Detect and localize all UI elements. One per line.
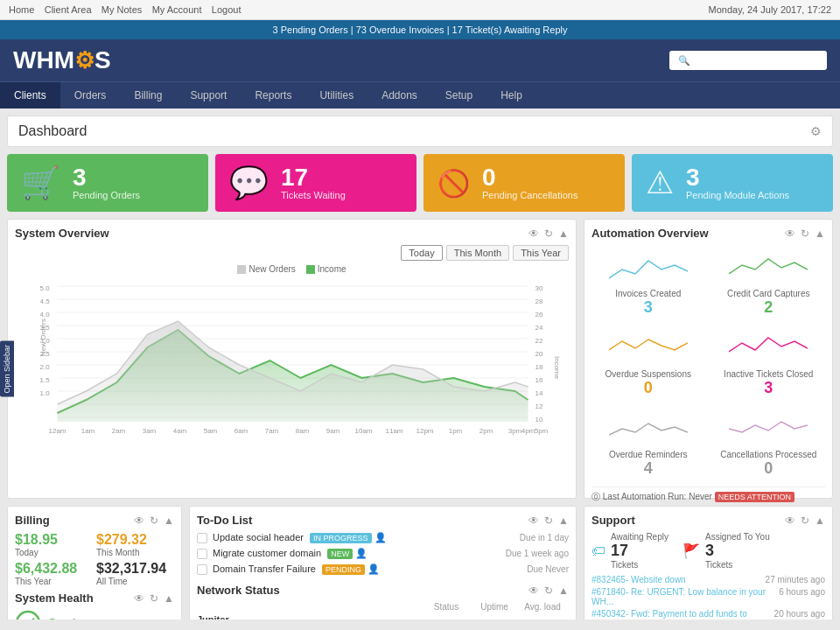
- svg-text:16: 16: [536, 376, 543, 384]
- todo-due-1: Due in 1 day: [520, 533, 569, 542]
- todo-header: To-Do List 👁 ↻ ▲: [197, 514, 569, 527]
- cc-captures-value: 2: [716, 298, 822, 317]
- assigned-count: 3: [705, 542, 770, 560]
- eye-icon-billing[interactable]: 👁: [134, 514, 144, 527]
- nav-orders[interactable]: Orders: [60, 82, 121, 108]
- collapse-icon[interactable]: ▲: [558, 228, 569, 240]
- svg-text:12am: 12am: [48, 427, 66, 435]
- refresh-icon[interactable]: ↻: [544, 228, 553, 240]
- collapse-icon-billing[interactable]: ▲: [164, 514, 174, 527]
- svg-text:10: 10: [536, 416, 543, 424]
- search-input[interactable]: [678, 55, 818, 66]
- auto-inactive-tickets: Inactive Tickets Closed 3: [712, 327, 826, 401]
- nav-billing[interactable]: Billing: [120, 82, 176, 108]
- billing-year-period: This Year: [15, 577, 93, 586]
- svg-text:26: 26: [536, 311, 543, 318]
- svg-text:28: 28: [536, 298, 543, 305]
- todo-item-3: Domain Transfer Failure PENDING 👤 Due Ne…: [197, 564, 569, 575]
- my-account-link[interactable]: My Account: [152, 4, 202, 15]
- gear-icon: ⚙: [74, 47, 94, 74]
- this-month-btn[interactable]: This Month: [446, 245, 509, 261]
- network-jupiter-status: Offline: [420, 620, 472, 620]
- search-box[interactable]: [669, 51, 827, 70]
- eye-icon-todo[interactable]: 👁: [528, 514, 539, 527]
- awaiting-unit: Tickets: [611, 560, 668, 570]
- support-header: Support 👁 ↻ ▲: [592, 514, 825, 527]
- eye-icon[interactable]: 👁: [528, 228, 539, 240]
- stat-card-cancellations[interactable]: 🚫 0 Pending Cancellations: [424, 154, 625, 212]
- nav-setup[interactable]: Setup: [431, 82, 486, 108]
- cc-chart: [716, 250, 822, 285]
- support-ticket-list: #832465- Website down 27 minutes ago #67…: [592, 575, 825, 620]
- stat-card-tickets[interactable]: 💬 17 Tickets Waiting: [215, 154, 416, 212]
- nav-clients[interactable]: Clients: [0, 82, 60, 108]
- todo-text-2: Migrate customer domain NEW 👤: [213, 548, 500, 559]
- billing-month-amount: $279.32: [96, 532, 174, 548]
- refresh-icon-network[interactable]: ↻: [544, 584, 553, 597]
- client-area-link[interactable]: Client Area: [45, 4, 92, 15]
- pending-orders-label: Pending Orders: [73, 190, 140, 200]
- nav-utilities[interactable]: Utilities: [305, 82, 368, 108]
- notification-text: 3 Pending Orders | 73 Overdue Invoices |…: [273, 24, 568, 35]
- logout-link[interactable]: Logout: [212, 4, 242, 15]
- ticket-671840-text[interactable]: #671840- Re: URGENT: Low balance in your…: [592, 587, 775, 606]
- svg-text:18: 18: [536, 363, 543, 371]
- billing-year-amount: $6,432.88: [15, 561, 93, 577]
- nav-help[interactable]: Help: [486, 82, 536, 108]
- last-run: ⓪ Last Automation Run: Never NEEDS ATTEN…: [592, 486, 825, 503]
- collapse-icon-network[interactable]: ▲: [558, 584, 569, 597]
- module-actions-label: Pending Module Actions: [686, 190, 789, 200]
- todo-checkbox-2[interactable]: [197, 549, 207, 559]
- my-notes-link[interactable]: My Notes: [102, 4, 142, 15]
- system-overview-header: System Overview 👁 ↻ ▲: [15, 227, 569, 240]
- eye-icon-auto[interactable]: 👁: [785, 228, 795, 240]
- ticket-671840[interactable]: #671840- Re: URGENT: Low balance in your…: [592, 587, 825, 606]
- auto-invoices-created: Invoices Created 3: [592, 247, 705, 320]
- today-btn[interactable]: Today: [401, 245, 442, 261]
- billing-panel: Billing 👁 ↻ ▲ $18.95 Today $279.32 This …: [7, 506, 182, 620]
- main-content: Open Sidebar Dashboard ⚙ 🛒 3 Pending Ord…: [0, 108, 840, 620]
- svg-text:4.5: 4.5: [40, 298, 51, 305]
- ticket-832465-text[interactable]: #832465- Website down: [592, 575, 686, 584]
- refresh-icon-billing[interactable]: ↻: [150, 514, 158, 527]
- ticket-450342[interactable]: #450342- Fwd: Payment to add funds to Re…: [592, 609, 825, 620]
- awaiting-reply-tickets: 🏷 Awaiting Reply 17 Tickets: [592, 532, 668, 570]
- nav-support[interactable]: Support: [176, 82, 241, 108]
- billing-today-period: Today: [15, 548, 93, 557]
- nav-addons[interactable]: Addons: [368, 82, 431, 108]
- collapse-icon-health[interactable]: ▲: [164, 592, 174, 605]
- todo-checkbox-3[interactable]: [197, 564, 207, 575]
- refresh-icon-health[interactable]: ↻: [150, 592, 158, 605]
- automation-grid: Invoices Created 3 Credit Card Captures …: [592, 247, 825, 481]
- assigned-label: Assigned To You: [705, 532, 770, 542]
- notification-bar: 3 Pending Orders | 73 Overdue Invoices |…: [0, 20, 840, 39]
- eye-icon-support[interactable]: 👁: [785, 514, 795, 527]
- collapse-icon-auto[interactable]: ▲: [815, 228, 825, 240]
- chat-icon: 💬: [229, 164, 269, 201]
- this-year-btn[interactable]: This Year: [513, 245, 569, 261]
- stat-card-orders[interactable]: 🛒 3 Pending Orders: [7, 154, 208, 212]
- automation-overview-panel: Automation Overview 👁 ↻ ▲ Invoices Creat…: [584, 219, 833, 499]
- open-sidebar-tab[interactable]: Open Sidebar: [0, 341, 14, 397]
- system-health: System Health 👁 ↻ ▲ Good →: [15, 592, 174, 620]
- eye-icon-network[interactable]: 👁: [528, 584, 539, 597]
- svg-text:5pm: 5pm: [535, 427, 549, 435]
- billing-month: $279.32 This Month: [96, 532, 174, 557]
- ticket-832465[interactable]: #832465- Website down 27 minutes ago: [592, 575, 825, 584]
- datetime: Monday, 24 July 2017, 17:22: [709, 4, 831, 15]
- ticket-450342-text[interactable]: #450342- Fwd: Payment to add funds to Re…: [592, 609, 771, 620]
- refresh-icon-auto[interactable]: ↻: [801, 228, 809, 240]
- collapse-icon-support[interactable]: ▲: [815, 514, 825, 527]
- collapse-icon-todo[interactable]: ▲: [558, 514, 569, 527]
- home-link[interactable]: Home: [9, 4, 34, 15]
- stat-card-modules[interactable]: ⚠ 3 Pending Module Actions: [632, 154, 833, 212]
- refresh-icon-todo[interactable]: ↻: [544, 514, 553, 527]
- overdue-reminders-value: 4: [595, 459, 702, 478]
- refresh-icon-support[interactable]: ↻: [801, 514, 809, 527]
- cc-captures-label: Credit Card Captures: [716, 289, 822, 298]
- nav-reports[interactable]: Reports: [241, 82, 305, 108]
- settings-icon[interactable]: ⚙: [810, 124, 822, 138]
- todo-checkbox-1[interactable]: [197, 533, 207, 543]
- eye-icon-health[interactable]: 👁: [134, 592, 144, 605]
- support-panel: Support 👁 ↻ ▲ 🏷 Awaiting Reply 17 Ticket…: [584, 506, 833, 620]
